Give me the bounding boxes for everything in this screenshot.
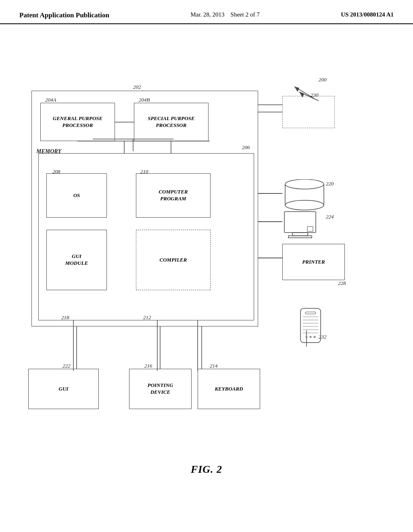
ref-202: 202 [133,84,141,90]
compiler-label: COMPILER [160,257,187,264]
keyboard-label: KEYBOARD [215,386,243,393]
os-label: OS [73,192,80,199]
phone-icon [296,306,325,351]
ref-228: 228 [338,280,346,287]
svg-rect-18 [284,212,316,233]
pointing-device-label: POINTINGDEVICE [148,382,173,396]
special-purpose-processor-box: SPECIAL PURPOSEPROCESSOR [134,103,209,141]
printer-label: PRINTER [302,259,325,266]
gui-module-box: GUIMODULE [46,230,107,290]
gui-label: GUI [59,386,69,393]
gui-module-label: GUIMODULE [65,253,88,267]
svg-point-13 [285,179,324,189]
compiler-box: COMPILER [136,230,211,290]
svg-point-17 [285,200,324,210]
svg-rect-21 [307,227,313,231]
computer-program-box: COMPUTERPROGRAM [136,173,211,218]
ref-200: 200 [319,77,327,83]
ref-214: 214 [210,363,218,369]
ref-220: 220 [326,181,334,187]
computer-program-label: COMPUTERPROGRAM [159,189,188,202]
ref-218: 218 [61,314,69,321]
monitor-icon [282,210,323,242]
svg-rect-23 [305,312,316,314]
general-purpose-label: GENERAL PURPOSEPROCESSOR [53,115,102,129]
os-box: OS [46,173,107,218]
dashed-top-box [282,96,335,128]
gui-box: GUI [28,369,99,409]
diagram-area: 200 202 204A GENERAL PURPOSEPROCESSOR 20… [0,24,413,488]
general-purpose-processor-box: GENERAL PURPOSEPROCESSOR [40,103,115,141]
page-header: Patent Application Publication Mar. 28, … [0,0,413,24]
svg-marker-1 [294,87,299,92]
svg-rect-20 [288,236,312,238]
svg-rect-19 [292,233,308,236]
publication-label: Patent Application Publication [19,11,109,19]
ref-222: 222 [63,363,71,369]
ref-216: 216 [144,363,152,369]
keyboard-box: KEYBOARD [198,369,260,409]
ref-212: 212 [143,314,151,321]
special-purpose-label: SPECIAL PURPOSEPROCESSOR [148,115,194,129]
ref-204B: 204B [139,97,150,103]
svg-point-32 [314,336,316,338]
ref-204A: 204A [45,97,56,103]
svg-point-30 [306,336,308,338]
ref-224: 224 [326,214,334,220]
svg-point-31 [310,336,312,338]
patent-number: US 2013/0080124 A1 [341,11,394,18]
printer-box: PRINTER [282,244,345,280]
date-sheet: Mar. 28, 2013 Sheet 2 of 7 [190,11,259,18]
ref-206: 206 [242,144,250,151]
figure-caption: FIG. 2 [191,463,222,476]
pointing-device-box: POINTINGDEVICE [129,369,192,409]
cylinder-icon [282,179,327,212]
